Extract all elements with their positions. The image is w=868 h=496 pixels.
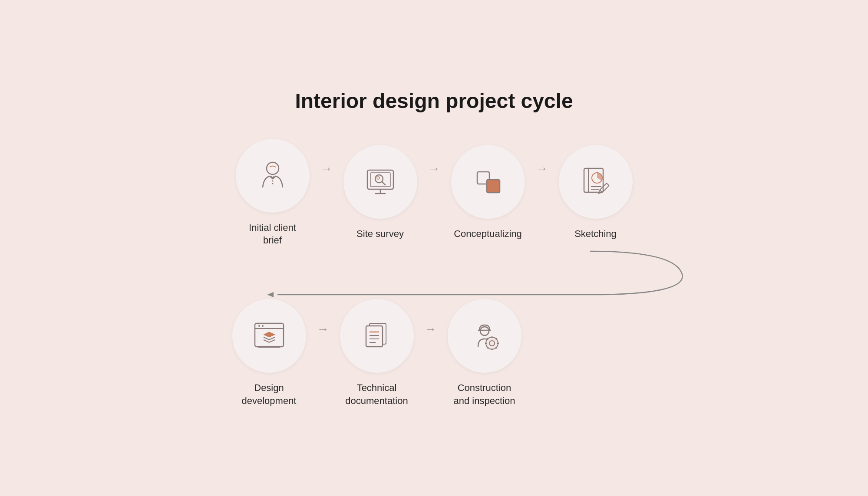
svg-line-8 xyxy=(382,182,385,185)
curve-connector xyxy=(130,247,738,299)
label-design-development: Designdevelopment xyxy=(242,381,297,407)
circle-site-survey xyxy=(343,145,417,219)
svg-point-9 xyxy=(377,177,380,179)
label-conceptualizing: Conceptualizing xyxy=(454,227,522,240)
svg-marker-19 xyxy=(267,292,274,297)
svg-point-22 xyxy=(258,325,260,327)
step-conceptualizing: Conceptualizing xyxy=(445,145,531,240)
step-initial-client-brief: Initial clientbrief xyxy=(229,139,316,247)
main-container: Interior design project cycle xyxy=(130,89,738,407)
circle-construction-and-inspection xyxy=(448,299,521,373)
label-construction-and-inspection: Constructionand inspection xyxy=(454,381,515,407)
label-initial-client-brief: Initial clientbrief xyxy=(249,221,296,247)
circle-sketching xyxy=(559,145,633,219)
svg-point-0 xyxy=(267,162,279,174)
construction-icon xyxy=(465,316,504,355)
svg-point-1 xyxy=(272,180,273,181)
page-title: Interior design project cycle xyxy=(295,89,573,113)
svg-point-2 xyxy=(272,183,273,184)
step-site-survey: Site survey xyxy=(337,145,424,240)
svg-rect-27 xyxy=(366,326,383,347)
step-sketching: Sketching xyxy=(552,145,639,240)
technical-icon xyxy=(357,316,396,355)
svg-point-32 xyxy=(480,327,489,335)
row-1: Initial clientbrief → xyxy=(130,139,738,247)
circle-initial-client-brief xyxy=(236,139,310,213)
arrow-3: → xyxy=(536,162,548,176)
design-icon xyxy=(250,316,289,355)
svg-rect-12 xyxy=(584,168,603,192)
survey-icon xyxy=(361,162,400,201)
label-sketching: Sketching xyxy=(574,227,617,240)
step-construction-and-inspection: Constructionand inspection xyxy=(441,299,528,407)
arrow-5: → xyxy=(425,322,437,336)
person-icon xyxy=(253,156,292,195)
sketch-icon xyxy=(576,162,615,201)
circle-technical-documentation xyxy=(340,299,414,373)
step-design-development: Designdevelopment xyxy=(226,299,313,407)
circle-design-development xyxy=(232,299,306,373)
svg-rect-11 xyxy=(487,180,500,193)
arrow-1: → xyxy=(320,162,333,176)
concept-icon xyxy=(469,162,508,201)
circle-conceptualizing xyxy=(451,145,525,219)
diagram: Initial clientbrief → xyxy=(130,139,738,407)
svg-point-23 xyxy=(262,325,264,327)
label-technical-documentation: Technicaldocumentation xyxy=(345,381,408,407)
svg-marker-24 xyxy=(264,332,275,337)
arrow-4: → xyxy=(317,322,329,336)
label-site-survey: Site survey xyxy=(356,227,404,240)
row-2: Designdevelopment → xyxy=(130,299,738,407)
arrow-2: → xyxy=(428,162,440,176)
step-technical-documentation: Technicaldocumentation xyxy=(333,299,420,407)
curve-svg xyxy=(130,247,738,299)
